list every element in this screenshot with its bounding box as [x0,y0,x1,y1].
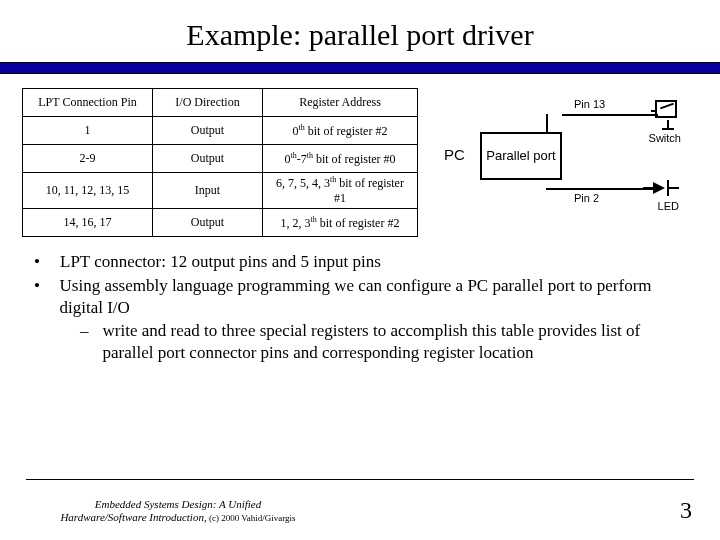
footer-rule [26,479,694,480]
bullet-marker: • [34,275,42,319]
cell-pin: 10, 11, 12, 13, 15 [23,173,153,209]
sub-bullet-text: write and read to three special register… [103,320,687,364]
schematic-diagram: PC Parallel port Pin 13 Pin 2 Switch LED [428,88,683,218]
bullet-marker: • [34,251,42,273]
slide: Example: parallel port driver LPT Connec… [0,0,720,540]
table-header-row: LPT Connection Pin I/O Direction Registe… [23,89,418,117]
wire-stub-down [546,188,562,190]
th-addr: Register Address [263,89,418,117]
slide-title: Example: parallel port driver [0,0,720,58]
content-row: LPT Connection Pin I/O Direction Registe… [0,88,720,237]
page-number: 3 [680,497,692,524]
credit-line2: Hardware/Software Introduction, [60,511,206,523]
bullet-text: Using assembly language programming we c… [60,275,686,319]
footer-credit: Embedded Systems Design: A Unified Hardw… [28,498,328,524]
cell-dir: Output [153,117,263,145]
footer: Embedded Systems Design: A Unified Hardw… [0,497,720,524]
pin2-label: Pin 2 [574,192,599,204]
led-icon [653,182,665,194]
cell-addr: 0th bit of register #2 [263,117,418,145]
cell-addr: 0th-7th bit of register #0 [263,145,418,173]
cell-dir: Input [153,173,263,209]
led-lead-left [643,187,653,189]
sub-bullet-marker: – [80,320,89,364]
bullet-item: • LPT connector: 12 output pins and 5 in… [34,251,686,273]
table-row: 10, 11, 12, 13, 15 Input 6, 7, 5, 4, 3th… [23,173,418,209]
table-row: 2-9 Output 0th-7th bit of register #0 [23,145,418,173]
title-underline [0,62,720,74]
cell-dir: Output [153,209,263,237]
credit-line1: Embedded Systems Design: A Unified [95,498,261,510]
ground-icon [667,120,669,128]
table-row: 1 Output 0th bit of register #2 [23,117,418,145]
th-pin: LPT Connection Pin [23,89,153,117]
cell-pin: 2-9 [23,145,153,173]
pc-label: PC [444,146,465,163]
cell-pin: 14, 16, 17 [23,209,153,237]
register-table: LPT Connection Pin I/O Direction Registe… [22,88,418,237]
cell-addr: 6, 7, 5, 4, 3th bit of register #1 [263,173,418,209]
wire-pin13 [562,114,658,116]
bullet-text: LPT connector: 12 output pins and 5 inpu… [60,251,381,273]
bullet-item: • Using assembly language programming we… [34,275,686,319]
cell-pin: 1 [23,117,153,145]
credit-copyright: (c) 2000 Vahid/Givargis [207,513,296,523]
wire-stub-up [546,114,548,132]
th-dir: I/O Direction [153,89,263,117]
table-row: 14, 16, 17 Output 1, 2, 3th bit of regis… [23,209,418,237]
bullet-list: • LPT connector: 12 output pins and 5 in… [0,237,720,364]
sub-bullet-item: – write and read to three special regist… [80,320,686,364]
parallel-port-box: Parallel port [480,132,562,180]
cell-dir: Output [153,145,263,173]
cell-addr: 1, 2, 3th bit of register #2 [263,209,418,237]
switch-icon [655,100,677,118]
pin13-label: Pin 13 [574,98,605,110]
switch-label: Switch [649,132,681,144]
led-label: LED [658,200,679,212]
led-lead-right [669,187,679,189]
